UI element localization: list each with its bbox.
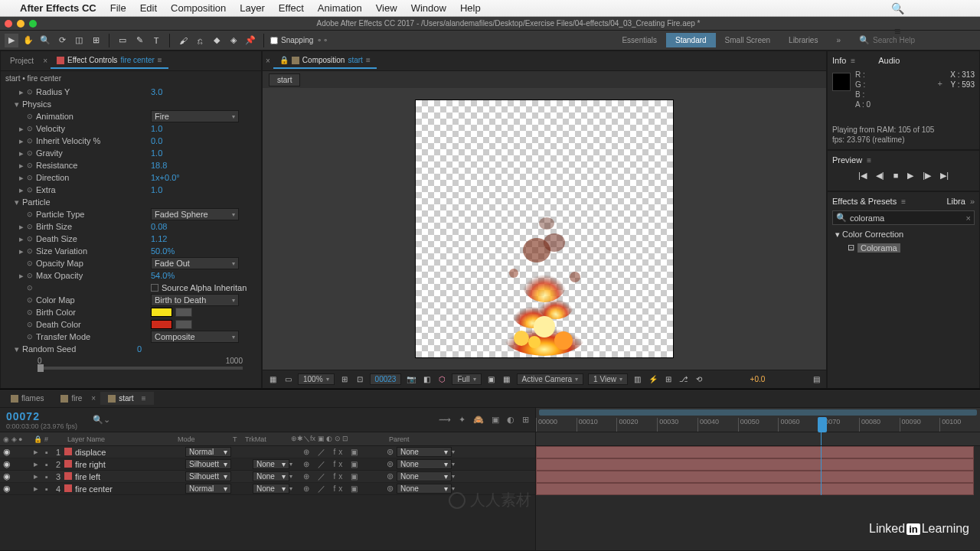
property-select[interactable]: ⊙Particle TypeFaded Sphere▾ xyxy=(1,208,261,220)
property-select[interactable]: ⊙Color MapBirth to Death▾ xyxy=(1,294,261,306)
rectangle-tool-icon[interactable]: ▭ xyxy=(116,34,129,47)
frame-blend-icon[interactable]: ▣ xyxy=(492,415,499,425)
property-row[interactable]: ▸⊙Death Size1.12 xyxy=(1,233,261,245)
close-icon[interactable]: × xyxy=(266,57,270,65)
current-timecode[interactable]: 00072 xyxy=(6,410,77,422)
property-row[interactable]: ▸⊙Velocity1.0 xyxy=(1,122,261,135)
ruler-tick[interactable]: 00080 xyxy=(859,418,900,432)
viewer-options-icon[interactable]: ▤ xyxy=(811,375,822,383)
play-icon[interactable]: ▶ xyxy=(907,171,913,181)
work-area-bar[interactable] xyxy=(539,409,977,416)
panel-menu-icon[interactable]: ≡ xyxy=(901,197,906,206)
snapping-checkbox[interactable] xyxy=(270,37,278,44)
menu-file[interactable]: File xyxy=(110,2,126,14)
layer-row[interactable]: ◉▸▪1displaceNormal▾⊕ ／ fx ▣⊚None▾▾ xyxy=(0,446,535,458)
panel-menu-icon[interactable]: ≡ xyxy=(851,57,855,65)
workspace-standard[interactable]: Standard xyxy=(666,33,716,47)
pickwhip-icon[interactable]: ⊚ xyxy=(383,447,397,457)
puppet-tool-icon[interactable]: 📌 xyxy=(243,34,257,47)
property-group[interactable]: ▾Random Seed0 xyxy=(1,343,261,355)
property-row[interactable]: ▸⊙Inherit Velocity %0.0 xyxy=(1,135,261,147)
property-row[interactable]: ▸⊙Radius Y3.0 xyxy=(1,86,261,98)
window-controls[interactable] xyxy=(5,20,37,28)
layer-label-icon[interactable]: ▪ xyxy=(41,484,52,494)
brush-tool-icon[interactable]: 🖌 xyxy=(176,34,190,47)
snapping-toggle[interactable]: Snapping ⚬⚬ xyxy=(270,36,328,44)
spotlight-icon[interactable]: 🔍 xyxy=(891,2,904,15)
shy-icon[interactable]: 🙈 xyxy=(473,415,484,425)
ruler-tick[interactable]: 00090 xyxy=(900,418,940,432)
ruler-tick[interactable]: 00040 xyxy=(697,418,738,432)
menu-edit[interactable]: Edit xyxy=(140,2,157,14)
timeline-search-icon[interactable]: 🔍⌄ xyxy=(93,415,110,425)
zoom-dropdown[interactable]: 100%▾ xyxy=(298,373,335,385)
layer-row[interactable]: ◉▸▪3fire leftSilhouett▾None▾▾⊕ ／ fx ▣⊚No… xyxy=(0,471,535,483)
ruler-tick[interactable]: 00010 xyxy=(577,418,617,432)
effects-group[interactable]: ▾ Color Correction xyxy=(832,228,975,241)
transparency-icon[interactable]: ▦ xyxy=(501,375,512,383)
menu-composition[interactable]: Composition xyxy=(171,2,226,14)
layer-label-icon[interactable]: ▪ xyxy=(41,448,52,457)
fast-preview-icon[interactable]: ⚡ xyxy=(648,375,658,383)
time-ruler[interactable]: 0000000010000200003000040000500006000070… xyxy=(536,408,980,432)
channel-icon[interactable]: ▭ xyxy=(283,375,293,383)
app-name[interactable]: After Effects CC xyxy=(20,2,96,14)
panel-menu-icon[interactable]: ≡ xyxy=(158,56,162,64)
next-frame-icon[interactable]: |▶ xyxy=(923,171,931,181)
property-row[interactable]: ▸⊙Resistance18.8 xyxy=(1,159,261,171)
viewer-timecode[interactable]: 00023 xyxy=(370,373,402,385)
tab-libraries[interactable]: Libra xyxy=(946,197,965,206)
property-row[interactable]: ▸⊙Direction1x+0.0° xyxy=(1,171,261,184)
property-slider[interactable]: 01000 xyxy=(1,355,261,373)
layer-label-icon[interactable]: ▪ xyxy=(41,472,52,481)
property-row[interactable]: ▸⊙Birth Size0.08 xyxy=(1,220,261,233)
effects-item[interactable]: ⊡Colorama xyxy=(832,241,975,254)
workspace-small-screen[interactable]: Small Screen xyxy=(716,33,779,47)
tab-composition[interactable]: 🔒 Composition start ≡ xyxy=(273,53,377,69)
close-icon[interactable]: × xyxy=(91,394,96,403)
visibility-icon[interactable]: ◉ xyxy=(0,459,31,469)
roto-tool-icon[interactable]: ◈ xyxy=(227,34,240,47)
visibility-icon[interactable]: ◉ xyxy=(0,447,31,457)
property-color[interactable]: ⊙Birth Color xyxy=(1,306,261,318)
twirl-icon[interactable]: ▸ xyxy=(31,484,41,494)
twirl-icon[interactable]: ▸ xyxy=(31,459,41,469)
menu-layer[interactable]: Layer xyxy=(240,2,265,14)
pan-behind-tool-icon[interactable]: ⊞ xyxy=(89,34,103,47)
roi-icon[interactable]: ▣ xyxy=(486,375,497,383)
ruler-tick[interactable]: 00100 xyxy=(939,418,980,432)
lock-icon[interactable]: 🔒 xyxy=(279,56,289,64)
layer-bar[interactable] xyxy=(536,446,974,458)
timeline-icon[interactable]: ⊞ xyxy=(663,375,674,383)
ruler-tick[interactable]: 00020 xyxy=(616,418,657,432)
workspace-more-icon[interactable]: » xyxy=(827,33,850,47)
safe-zones-icon[interactable]: ⊡ xyxy=(354,375,365,383)
help-search[interactable]: 🔍 xyxy=(853,35,975,45)
panel-menu-icon[interactable]: ≡ xyxy=(142,394,146,403)
pen-tool-icon[interactable]: ✎ xyxy=(132,34,146,47)
clear-search-icon[interactable]: × xyxy=(966,214,971,223)
snapshot-icon[interactable]: 📷 xyxy=(406,375,416,383)
last-frame-icon[interactable]: ▶| xyxy=(940,171,949,181)
visibility-icon[interactable]: ◉ xyxy=(0,471,31,481)
property-row[interactable]: ▸⊙Extra1.0 xyxy=(1,184,261,196)
menu-view[interactable]: View xyxy=(376,2,397,14)
panel-menu-icon[interactable]: ≡ xyxy=(867,156,871,165)
ruler-tick[interactable]: 00030 xyxy=(657,418,697,432)
timeline-tab-start[interactable]: start≡ xyxy=(100,392,153,405)
menu-window[interactable]: Window xyxy=(411,2,446,14)
clone-tool-icon[interactable]: ⎌ xyxy=(193,34,207,47)
layer-row[interactable]: ◉▸▪4fire centerNormal▾None▾▾⊕ ／ fx ▣⊚Non… xyxy=(0,483,535,495)
flowchart-icon[interactable]: ⎇ xyxy=(678,375,689,383)
current-time-indicator[interactable] xyxy=(818,417,827,432)
property-group[interactable]: ▾Physics xyxy=(1,98,261,110)
first-frame-icon[interactable]: |◀ xyxy=(858,171,867,181)
ruler-tick[interactable]: 00000 xyxy=(536,418,577,432)
help-search-input[interactable] xyxy=(873,36,949,44)
comp-nav-tab[interactable]: start xyxy=(269,73,300,86)
color-icon[interactable]: ⬡ xyxy=(436,375,447,383)
zoom-tool-icon[interactable]: 🔍 xyxy=(38,34,52,47)
pickwhip-icon[interactable]: ⊚ xyxy=(383,459,397,469)
graph-editor-icon[interactable]: ⊞ xyxy=(522,415,529,425)
draft-3d-icon[interactable]: ✦ xyxy=(459,415,466,425)
